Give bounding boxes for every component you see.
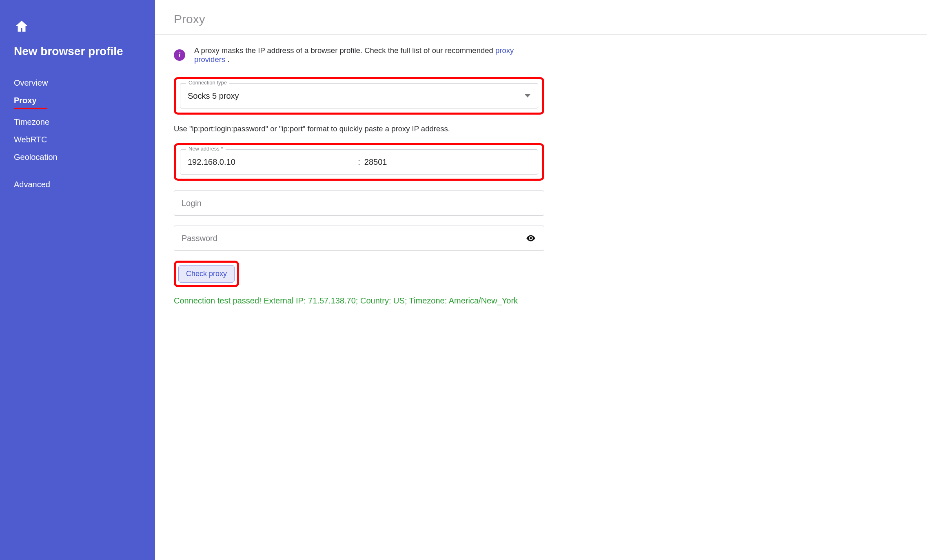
sidebar-item-proxy[interactable]: Proxy — [0, 92, 155, 113]
login-input[interactable] — [182, 191, 537, 215]
sidebar-item-label: Proxy — [14, 96, 37, 105]
section-header: Proxy — [155, 0, 927, 35]
info-icon: i — [174, 49, 185, 61]
highlight-connection-type: Connection type Socks 5 proxy — [174, 77, 544, 115]
password-input[interactable] — [182, 226, 525, 250]
password-field — [174, 226, 544, 251]
info-text-before: A proxy masks the IP address of a browse… — [194, 46, 495, 55]
sidebar-item-label: Overview — [14, 78, 48, 87]
info-line: i A proxy masks the IP address of a brow… — [174, 46, 544, 64]
sidebar-nav: Overview Proxy Timezone WebRTC Geolocati… — [0, 74, 155, 193]
sidebar: New browser profile Overview Proxy Timez… — [0, 0, 155, 560]
sidebar-item-timezone[interactable]: Timezone — [0, 113, 155, 131]
main: Proxy i A proxy masks the IP address of … — [155, 0, 927, 560]
chevron-down-icon — [525, 94, 530, 97]
eye-icon — [526, 233, 536, 243]
address-separator: : — [354, 157, 364, 167]
connection-type-label: Connection type — [186, 80, 229, 86]
new-address-field: New address * : — [180, 149, 538, 175]
active-underline — [14, 108, 47, 109]
highlight-new-address: New address * : — [174, 143, 544, 181]
sidebar-item-webrtc[interactable]: WebRTC — [0, 131, 155, 148]
sidebar-gap — [0, 166, 155, 176]
address-host-input[interactable] — [188, 150, 354, 174]
highlight-check-proxy: Check proxy — [174, 261, 239, 287]
toggle-password-visibility[interactable] — [525, 232, 537, 244]
check-proxy-label: Check proxy — [186, 270, 227, 278]
connection-status: Connection test passed! External IP: 71.… — [174, 296, 544, 305]
sidebar-item-geolocation[interactable]: Geolocation — [0, 148, 155, 166]
connection-type-value: Socks 5 proxy — [188, 91, 525, 101]
home-icon — [14, 19, 29, 34]
home-button[interactable] — [0, 19, 155, 45]
new-address-label: New address * — [186, 146, 226, 152]
sidebar-item-label: Geolocation — [14, 153, 58, 162]
check-proxy-button[interactable]: Check proxy — [178, 265, 235, 283]
connection-type-select[interactable]: Connection type Socks 5 proxy — [180, 83, 538, 108]
sidebar-item-label: WebRTC — [14, 135, 47, 144]
login-field — [174, 190, 544, 216]
sidebar-item-label: Timezone — [14, 117, 49, 126]
info-text-after: . — [225, 55, 229, 64]
page-title: New browser profile — [0, 45, 155, 74]
section-title: Proxy — [174, 12, 205, 26]
sidebar-item-label: Advanced — [14, 180, 50, 189]
sidebar-item-overview[interactable]: Overview — [0, 74, 155, 92]
sidebar-item-advanced[interactable]: Advanced — [0, 176, 155, 193]
info-text: A proxy masks the IP address of a browse… — [194, 46, 544, 64]
paste-hint: Use "ip:port:login:password" or "ip:port… — [174, 124, 544, 133]
address-port-input[interactable] — [364, 150, 530, 174]
